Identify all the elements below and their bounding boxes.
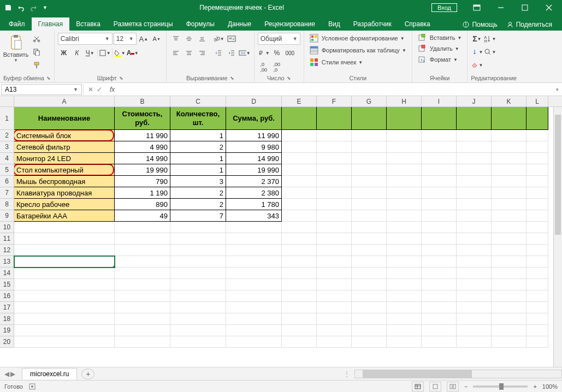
- cell[interactable]: [387, 336, 422, 348]
- close-icon[interactable]: [538, 0, 560, 15]
- increase-font-icon[interactable]: A▲: [138, 33, 150, 45]
- cell[interactable]: [457, 187, 492, 199]
- cell[interactable]: [317, 313, 352, 325]
- cell[interactable]: [170, 268, 226, 279]
- font-size-combo[interactable]: 12▼: [114, 33, 137, 45]
- ribbon-display-icon[interactable]: [466, 0, 488, 15]
- cell[interactable]: [492, 313, 526, 325]
- cell[interactable]: [492, 199, 526, 210]
- cell[interactable]: [422, 233, 457, 245]
- cell[interactable]: [387, 199, 422, 210]
- cell[interactable]: [457, 199, 492, 210]
- cell[interactable]: [387, 325, 422, 336]
- cell[interactable]: [422, 176, 457, 187]
- cell[interactable]: [14, 222, 115, 233]
- cell[interactable]: Монитор 24 LED: [14, 153, 115, 164]
- cell[interactable]: [14, 313, 115, 325]
- cell[interactable]: [457, 164, 492, 176]
- cell[interactable]: [14, 279, 115, 290]
- cell[interactable]: [115, 313, 170, 325]
- row-header[interactable]: 4: [0, 153, 14, 164]
- col-header-I[interactable]: I: [422, 96, 457, 106]
- cell[interactable]: [14, 325, 115, 336]
- cell[interactable]: [387, 107, 422, 130]
- cell[interactable]: [387, 233, 422, 245]
- cell[interactable]: [526, 336, 548, 348]
- row-header[interactable]: 6: [0, 176, 14, 187]
- cell[interactable]: [317, 141, 352, 153]
- cell[interactable]: [170, 290, 226, 302]
- align-center-icon[interactable]: [183, 47, 195, 59]
- col-header-J[interactable]: J: [457, 96, 492, 106]
- cell[interactable]: [526, 279, 548, 290]
- cell[interactable]: [526, 199, 548, 210]
- cell[interactable]: [492, 290, 526, 302]
- paste-button[interactable]: Вставить ▼: [3, 33, 28, 64]
- cell[interactable]: 2 380: [226, 187, 282, 199]
- name-box[interactable]: A13▼: [1, 84, 82, 95]
- format-painter-icon[interactable]: [31, 59, 43, 71]
- cell[interactable]: [317, 153, 352, 164]
- cell[interactable]: [422, 256, 457, 268]
- cell[interactable]: [526, 164, 548, 176]
- cell[interactable]: [387, 176, 422, 187]
- cell[interactable]: [387, 302, 422, 313]
- cell[interactable]: 3: [170, 176, 226, 187]
- cell[interactable]: [282, 130, 317, 141]
- cell[interactable]: Мышь беспроводная: [14, 176, 115, 187]
- cell[interactable]: [457, 268, 492, 279]
- cell[interactable]: [387, 245, 422, 256]
- align-top-icon[interactable]: [170, 33, 182, 45]
- cell[interactable]: [352, 313, 387, 325]
- cell[interactable]: [387, 279, 422, 290]
- formula-input[interactable]: [118, 84, 553, 95]
- tell-me[interactable]: Помощь: [459, 19, 500, 31]
- cell[interactable]: [14, 290, 115, 302]
- cell[interactable]: [352, 164, 387, 176]
- tab-рецензирование[interactable]: Рецензирование: [258, 17, 322, 31]
- cell[interactable]: [115, 268, 170, 279]
- cell-styles-button[interactable]: Стили ячеек▼: [307, 57, 365, 68]
- row-header[interactable]: 10: [0, 222, 14, 233]
- row-header[interactable]: 14: [0, 268, 14, 279]
- cell[interactable]: [457, 325, 492, 336]
- cell[interactable]: [14, 245, 115, 256]
- cell[interactable]: [170, 245, 226, 256]
- cell[interactable]: [170, 279, 226, 290]
- cell[interactable]: [422, 107, 457, 130]
- minimize-icon[interactable]: [490, 0, 512, 15]
- cell[interactable]: [387, 164, 422, 176]
- row-header[interactable]: 1: [0, 107, 14, 130]
- align-middle-icon[interactable]: [183, 33, 195, 45]
- cell[interactable]: Сумма, руб.: [226, 107, 282, 130]
- cell[interactable]: [282, 153, 317, 164]
- cell[interactable]: [282, 141, 317, 153]
- cell[interactable]: [457, 130, 492, 141]
- italic-button[interactable]: К: [71, 47, 83, 59]
- tab-разметка страницы[interactable]: Разметка страницы: [107, 17, 180, 31]
- number-launcher-icon[interactable]: ⬊: [287, 75, 291, 81]
- col-header-A[interactable]: A: [14, 96, 115, 106]
- add-sheet-icon[interactable]: +: [81, 369, 94, 379]
- row-header[interactable]: 12: [0, 245, 14, 256]
- worksheet-grid[interactable]: ABCDEFGHIJKL 1НаименованиеСтоимость, руб…: [0, 96, 562, 367]
- delete-cells-button[interactable]: Удалить▼: [416, 44, 462, 54]
- row-header[interactable]: 18: [0, 313, 14, 325]
- cell[interactable]: [457, 290, 492, 302]
- col-header-L[interactable]: L: [526, 96, 548, 106]
- cell[interactable]: [422, 210, 457, 222]
- cell[interactable]: [422, 199, 457, 210]
- row-header[interactable]: 5: [0, 164, 14, 176]
- cell[interactable]: [14, 268, 115, 279]
- cell[interactable]: [282, 107, 317, 130]
- cell[interactable]: Системный блок: [14, 130, 115, 141]
- row-header[interactable]: 2: [0, 130, 14, 141]
- cell[interactable]: [422, 325, 457, 336]
- cell[interactable]: [352, 256, 387, 268]
- decrease-decimal-icon[interactable]: ,00,0: [271, 61, 283, 73]
- currency-icon[interactable]: ₽▼: [258, 47, 270, 59]
- cell[interactable]: [317, 245, 352, 256]
- cell[interactable]: [422, 336, 457, 348]
- cell[interactable]: [226, 290, 282, 302]
- cell[interactable]: [282, 336, 317, 348]
